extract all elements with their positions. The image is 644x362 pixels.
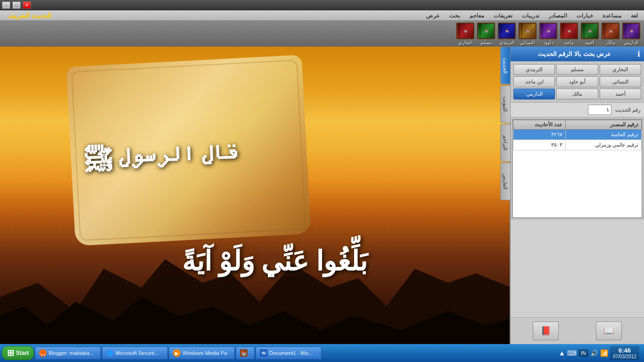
firefox-icon: 🦊 [39,349,47,357]
menu-search[interactable]: بحث [447,11,462,20]
taskbar-system-tray: ▲ ⌨ IN 🔊 📶 6:46 07/03/2012 [556,346,642,360]
cell-count-1: ٣٢٦٧ [513,130,566,140]
word-label: Document1 - Mic... [269,350,313,356]
toolbar-maja-label: ماجه [565,40,574,45]
menu-bar: لغة مساعدة خيارات المصادر تدريبات تعريفا… [0,10,644,21]
menu-dictionaries[interactable]: معاجم [468,11,486,20]
tab-faris[interactable]: الفارس [500,163,511,200]
svg-marker-1 [0,297,512,344]
toolbar-tirmizi[interactable]: 📚 الترمذي [498,23,516,45]
book-btn-ibnmaja[interactable]: ابن ماجد [513,76,555,87]
col-source: ترقيم المصدر [565,120,641,130]
book-btn-tirmizi[interactable]: الترمذي [513,64,555,75]
book-btn-malik[interactable]: مالك [556,89,598,99]
book-btn-nasai[interactable]: النسائي [600,76,641,87]
toolbar-bukhari-label: البخاري [458,40,473,45]
hadith-number-input[interactable] [588,105,611,115]
menu-lang[interactable]: لغة [629,11,640,20]
maximize-button[interactable]: □ [12,1,21,9]
chrome-icon: 🌐 [106,349,114,357]
menu-definitions[interactable]: تعريفات [492,11,514,20]
title-bar-left: − □ ✕ [2,1,31,9]
cell-source-2: ترقيم عالمي وزمزلي [565,140,641,150]
book-btn-muslim[interactable]: مسلم [556,64,598,75]
side-panel: الحديث التبويب التراجم الفارس ℹ عرض بحث … [510,47,644,344]
panel-title: عرض بحث بالا الرقم الحديث [514,50,635,58]
tab-hadith[interactable]: الحديث [500,47,511,84]
calligraphy-arabic-main: قال الرسول ﷺ [84,129,240,177]
panel-spacer [511,220,644,317]
taskbar-word[interactable]: W Document1 - Mic... [256,346,322,360]
toolbar-darimi-label: الدارمي [624,40,639,45]
hadith-number-label: رقم الحديث [615,107,640,113]
panel-header: ℹ عرض بحث بالا الرقم الحديث [511,47,644,61]
toolbar-muslim[interactable]: 📚 مسلم [477,23,495,45]
taskbar-wmp[interactable]: ▶ Windows Media Pa [169,346,235,360]
close-button[interactable]: ✕ [23,1,31,9]
system-clock[interactable]: 6:46 07/03/2012 [610,346,639,360]
results-table-content: ترقيم المصدر عدد الأحاديث ترقيم الحاسة ٣… [513,120,642,150]
windows-logo-icon: ⊞ [7,348,14,358]
calligraphy-arabic-sub: بَلِّغُوا عَنِّي وَلَوْ آيَةً [38,245,512,277]
title-bar: − □ ✕ [0,0,644,10]
cell-source-1: ترقيم الحاسة [565,130,641,140]
panel-bottom-buttons: 📕 📖 [511,317,644,344]
menu-sources[interactable]: المصادر [547,11,569,20]
firefox-label: Blogger: maktaba... [49,350,93,356]
col-count: عدد الأحاديث [513,120,566,130]
tab-tarajim[interactable]: التراجم [500,124,511,162]
toolbar-ahmad[interactable]: 📚 أحمد [581,23,599,45]
hadith-number-row: رقم الحديث [511,102,644,117]
book-btn-bukhari[interactable]: البخاري [600,64,641,75]
toolbar-nasai[interactable]: 📚 النسائي [519,23,537,45]
book-view-button[interactable]: 📕 [533,321,559,340]
network-icon[interactable]: 📶 [600,349,608,357]
toolbar-ahmad-label: أحمد [585,40,594,45]
results-table: ترقيم المصدر عدد الأحاديث ترقيم الحاسة ٣… [512,119,642,218]
menu-options[interactable]: خيارات [575,11,595,20]
table-row[interactable]: ترقيم عالمي وزمزلي ٣٥٠٣ [513,140,642,150]
taskbar: ⊞ Start 🦊 Blogger: maktaba... 🌐 Microsof… [0,344,644,362]
panel-info-icon[interactable]: ℹ [637,49,640,58]
toolbar-malik[interactable]: 📚 مالك [602,23,619,45]
tab-tabweeb[interactable]: التبويب [500,85,511,123]
wmp-icon: ▶ [173,349,181,357]
menu-view[interactable]: عرض [424,11,442,20]
clock-time: 6:46 [613,347,636,354]
toolbar-dawood[interactable]: 📚 داوود [539,23,557,45]
volume-icon[interactable]: 🔊 [590,349,598,357]
menu-exercises[interactable]: تدريبات [520,11,541,20]
minimize-button[interactable]: − [2,1,10,9]
book-btn-ahmad[interactable]: أحمد [600,89,641,99]
taskbar-chrome[interactable]: 🌐 Microsoft Securit... [102,346,168,360]
toolbar: 📚 الدارمي 📚 مالك 📚 أحمد 📚 ماجه 📚 [0,21,644,47]
menu-help[interactable]: مساعدة [601,11,623,20]
clock-date: 07/03/2012 [613,354,636,359]
keyboard-icon: ⌨ [567,349,577,357]
toolbar-nasai-label: النسائي [520,40,535,45]
toolbar-tirmizi-label: الترمذي [499,40,515,45]
book-selectors: البخاري مسلم الترمذي النسائي أبو حاود اب… [511,61,644,102]
language-indicator[interactable]: IN [578,349,588,357]
start-button[interactable]: ⊞ Start [2,346,34,360]
cell-count-2: ٣٥٠٣ [513,140,566,150]
table-row[interactable]: ترقيم الحاسة ٣٢٦٧ [513,130,642,140]
book-btn-darimi[interactable]: الدارمي [513,89,555,99]
toolbar-bukhari[interactable]: 📚 البخاري [456,23,474,45]
logo-text: الحديث الشريف [4,12,55,19]
toolbar-maja[interactable]: 📚 ماجه [560,23,578,45]
toolbar-malik-label: مالك [606,40,615,45]
toolbar-darimi[interactable]: 📚 الدارمي [622,23,640,45]
side-tabs: الحديث التبويب التراجم الفارس [500,47,511,201]
start-label: Start [16,350,29,356]
panel-content: ℹ عرض بحث بالا الرقم الحديث البخاري مسلم… [511,47,644,344]
main-window: − □ ✕ الحديث الشريف لغة مساعدة خيارات ال… [0,0,644,344]
bg-area: قال الرسول ﷺ بَلِّغُوا عَنِّي وَلَوْ آيَ… [0,47,512,344]
book-btn-abodawood[interactable]: أبو حاود [556,76,598,87]
chrome-label: Microsoft Securit... [116,350,158,356]
taskbar-firefox[interactable]: 🦊 Blogger: maktaba... [35,346,101,360]
taskbar-hadith[interactable]: 📚 [236,346,255,360]
toolbar-muslim-label: مسلم [480,40,492,45]
arrow-up-icon[interactable]: ▲ [559,349,565,357]
list-view-button[interactable]: 📖 [596,321,622,340]
